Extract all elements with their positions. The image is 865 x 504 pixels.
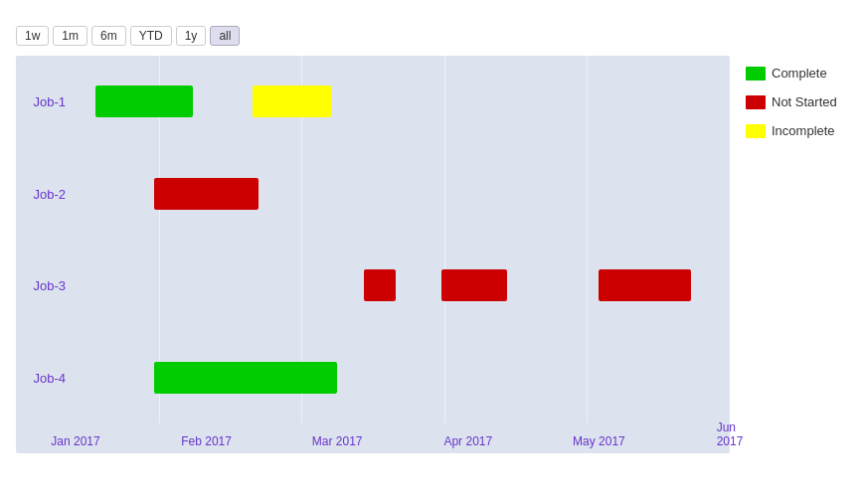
gantt-inner: Job-1Job-2Job-3Job-4 xyxy=(16,56,730,423)
ctrl-btn-1w[interactable]: 1w xyxy=(16,26,49,46)
legend-item: Not Started xyxy=(746,94,849,109)
ctrl-btn-6m[interactable]: 6m xyxy=(91,26,126,46)
ctrl-btn-1y[interactable]: 1y xyxy=(176,26,207,46)
x-axis-label: May 2017 xyxy=(573,434,625,448)
bar-area xyxy=(76,332,730,424)
job-label: Job-1 xyxy=(16,94,76,109)
job-row: Job-4 xyxy=(16,332,730,424)
bar-area xyxy=(76,240,730,332)
job-bar xyxy=(253,85,331,117)
x-axis-label: Jan 2017 xyxy=(51,434,99,448)
legend-color xyxy=(746,95,766,109)
legend-item: Incomplete xyxy=(746,123,849,138)
job-bar xyxy=(599,269,690,301)
job-row: Job-3 xyxy=(16,240,730,332)
job-bar xyxy=(364,269,397,301)
x-axis-label: Apr 2017 xyxy=(443,434,492,448)
bar-area xyxy=(76,56,730,148)
bar-area xyxy=(76,148,730,241)
x-axis: Jan 2017Feb 2017Mar 2017Apr 2017May 2017… xyxy=(76,423,730,453)
x-axis-label: Mar 2017 xyxy=(312,434,363,448)
job-label: Job-3 xyxy=(16,278,76,293)
legend-label: Complete xyxy=(772,66,827,81)
job-bar xyxy=(441,269,507,301)
job-bar xyxy=(154,362,337,394)
x-axis-label: Feb 2017 xyxy=(181,434,232,448)
legend-label: Incomplete xyxy=(772,123,835,138)
job-label: Job-2 xyxy=(16,186,76,201)
legend-color xyxy=(746,124,766,138)
time-controls: 1w1m6mYTD1yall xyxy=(16,26,849,46)
legend: CompleteNot StartedIncomplete xyxy=(730,56,849,453)
ctrl-btn-1m[interactable]: 1m xyxy=(53,26,87,46)
legend-item: Complete xyxy=(746,66,849,81)
job-row: Job-1 xyxy=(16,56,730,148)
job-bar xyxy=(95,85,194,117)
x-axis-label: Jun 2017 xyxy=(717,420,744,448)
ctrl-btn-all[interactable]: all xyxy=(210,26,240,46)
job-row: Job-2 xyxy=(16,148,730,241)
ctrl-btn-YTD[interactable]: YTD xyxy=(130,26,172,46)
legend-label: Not Started xyxy=(772,94,837,109)
job-label: Job-4 xyxy=(16,370,76,385)
chart-area: Job-1Job-2Job-3Job-4 Jan 2017Feb 2017Mar… xyxy=(16,56,849,453)
col-line xyxy=(730,56,731,423)
job-bar xyxy=(154,178,259,210)
legend-color xyxy=(746,67,766,81)
gantt-chart: Job-1Job-2Job-3Job-4 Jan 2017Feb 2017Mar… xyxy=(16,56,730,453)
